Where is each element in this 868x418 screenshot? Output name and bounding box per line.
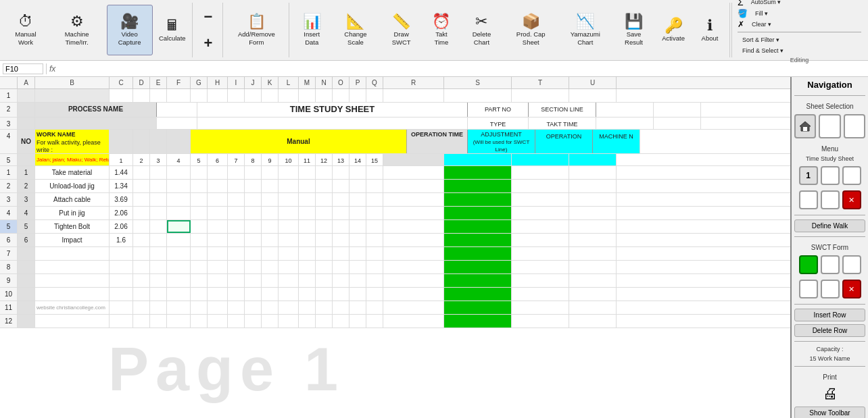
cell-A2[interactable] — [18, 103, 35, 117]
insert-data-button[interactable]: 📊 Insert Data — [293, 5, 331, 55]
cell-C-r4[interactable]: 2.06 — [110, 207, 133, 219]
cell-S-r4[interactable] — [444, 207, 512, 219]
cell-T-r9[interactable] — [512, 274, 569, 287]
cell-T-r7[interactable] — [512, 247, 569, 260]
cell-B5-walktext[interactable]: Jalan; jalan; Mlaku; Walk; Return — [35, 154, 110, 165]
cell-Q-r3[interactable] — [366, 193, 383, 206]
cell-S-r10[interactable] — [444, 288, 512, 301]
cell-K-r9[interactable] — [262, 274, 279, 287]
cell-H-r2[interactable] — [208, 180, 228, 192]
cell-I-r10[interactable] — [228, 288, 245, 301]
cell-R4-optime[interactable]: OPERATION TIME — [407, 130, 468, 153]
find-select-button[interactable]: Find & Select ▾ — [738, 46, 788, 55]
cell-Q-r8[interactable] — [366, 261, 383, 273]
cell-E-r1[interactable] — [150, 166, 167, 179]
cell-E-r8[interactable] — [150, 261, 167, 273]
clear-button[interactable]: Clear ▾ — [747, 20, 776, 29]
cell-Q1[interactable] — [366, 89, 383, 102]
cell-D-r1[interactable] — [133, 166, 150, 179]
cell-G-r9[interactable] — [191, 274, 208, 287]
cell-Q5[interactable]: 15 — [366, 154, 383, 165]
cell-T-r1[interactable] — [512, 166, 569, 179]
cell-H-r7[interactable] — [208, 247, 228, 260]
cell-I-r2[interactable] — [228, 180, 245, 192]
save-result-button[interactable]: 💾 Save Result — [614, 5, 654, 55]
cell-D-r8[interactable] — [133, 261, 150, 273]
cell-D-r4[interactable] — [133, 207, 150, 219]
cell-M-r7[interactable] — [299, 247, 316, 260]
cell-E-r6[interactable] — [150, 234, 167, 246]
about-button[interactable]: ℹ About — [693, 5, 727, 55]
cell-H-r11[interactable] — [208, 301, 228, 314]
cell-F5[interactable]: 4 — [167, 154, 191, 165]
cell-H-r6[interactable] — [208, 234, 228, 246]
cell-M-r9[interactable] — [299, 274, 316, 287]
cell-reference-input[interactable] — [3, 63, 43, 74]
sheet-num-2[interactable] — [821, 166, 840, 185]
cell-T1[interactable] — [512, 89, 569, 102]
cell-O-r5[interactable] — [333, 220, 349, 233]
cell-S4-adjustment[interactable]: ADJUSTMENT(Will be used for SWCT Line) — [468, 130, 535, 153]
cell-G-r3[interactable] — [191, 193, 208, 206]
cell-Q-r9[interactable] — [366, 274, 383, 287]
cell-H-r10[interactable] — [208, 288, 228, 301]
cell-E-r4[interactable] — [150, 207, 167, 219]
cell-C-r12[interactable] — [110, 315, 133, 328]
cell-Q-r2[interactable] — [366, 180, 383, 192]
cell-B-r3[interactable]: Attach cable — [35, 193, 110, 206]
cell-Q-r10[interactable] — [366, 288, 383, 301]
cell-E-r12[interactable] — [150, 315, 167, 328]
cell-H4-manual[interactable]: Manual — [191, 130, 407, 153]
cell-G-r8[interactable] — [191, 261, 208, 273]
cell-T-r3[interactable] — [512, 193, 569, 206]
cell-B4-workname[interactable]: WORK NAMEFor walk activity, please write… — [35, 130, 110, 153]
cell-A-r1[interactable]: 1 — [18, 166, 35, 179]
cell-U-r6[interactable] — [569, 234, 617, 246]
cell-D-r5[interactable] — [133, 220, 150, 233]
video-capture-button[interactable]: 🎥 Video Capture — [107, 5, 153, 55]
cell-E-r9[interactable] — [150, 274, 167, 287]
cell-E-r5[interactable] — [150, 220, 167, 233]
cell-G-r2[interactable] — [191, 180, 208, 192]
cell-T-r8[interactable] — [512, 261, 569, 273]
cell-S-r12[interactable] — [444, 315, 512, 328]
cell-H-r4[interactable] — [208, 207, 228, 219]
cell-P-r9[interactable] — [349, 274, 366, 287]
cell-H-r5[interactable] — [208, 220, 228, 233]
cell-J-r2[interactable] — [245, 180, 262, 192]
cell-N-r2[interactable] — [316, 180, 333, 192]
cell-A-r12[interactable] — [18, 315, 35, 328]
add-remove-form-button[interactable]: 📋 Add/Remove Form — [227, 5, 286, 55]
cell-M-r6[interactable] — [299, 234, 316, 246]
cell-P-r2[interactable] — [349, 180, 366, 192]
cell-R-r9[interactable] — [383, 274, 444, 287]
cell-A-r11[interactable] — [18, 301, 35, 314]
cell-EF2[interactable] — [157, 103, 197, 117]
cell-D-r11[interactable] — [133, 301, 150, 314]
cell-A-r4[interactable]: 4 — [18, 207, 35, 219]
cell-D-r3[interactable] — [133, 193, 150, 206]
cell-E-r2[interactable] — [150, 180, 167, 192]
cell-O-r12[interactable] — [333, 315, 349, 328]
cell-I-r9[interactable] — [228, 274, 245, 287]
cell-F1[interactable] — [167, 89, 191, 102]
minus-button[interactable]: − — [196, 5, 220, 29]
cell-K-r5[interactable] — [262, 220, 279, 233]
cell-S-r8[interactable] — [444, 261, 512, 273]
cell-O-r2[interactable] — [333, 180, 349, 192]
cell-B-r12[interactable] — [35, 315, 110, 328]
cell-Q-r11[interactable] — [366, 301, 383, 314]
swct-empty-button[interactable] — [842, 255, 861, 274]
cell-I-r4[interactable] — [228, 207, 245, 219]
fill-button[interactable]: Fill ▾ — [750, 9, 773, 18]
cell-U5[interactable] — [569, 154, 617, 165]
cell-O-r8[interactable] — [333, 261, 349, 273]
cell-K5[interactable]: 9 — [262, 154, 279, 165]
cell-A5[interactable] — [18, 154, 35, 165]
swct-red-button[interactable]: ✕ — [842, 280, 861, 298]
cell-L-r9[interactable] — [279, 274, 299, 287]
cell-K-r1[interactable] — [262, 166, 279, 179]
cell-S3[interactable]: TAKT TIME — [529, 117, 596, 129]
cell-O5[interactable]: 13 — [333, 154, 349, 165]
delete-row-button[interactable]: Delete Row — [794, 324, 865, 337]
